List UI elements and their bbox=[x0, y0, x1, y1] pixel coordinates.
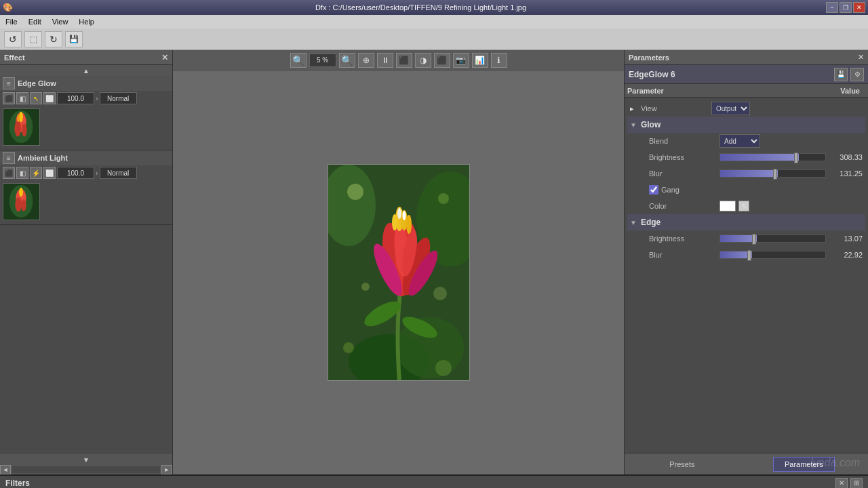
minimize-button[interactable]: − bbox=[826, 2, 838, 13]
edge-glow-cursor-icon[interactable]: ↖ bbox=[30, 92, 42, 104]
pause-button[interactable]: ⏸ bbox=[377, 53, 393, 68]
glow-blur-thumb[interactable] bbox=[773, 169, 777, 180]
ambient-light-opacity-input[interactable] bbox=[57, 167, 94, 179]
scroll-left-btn[interactable]: ◄ bbox=[0, 465, 11, 474]
svg-point-12 bbox=[19, 188, 23, 197]
menu-edit[interactable]: Edit bbox=[26, 17, 44, 26]
param-color-label: Color bbox=[649, 202, 717, 210]
filters-close-btn[interactable]: ✕ bbox=[835, 478, 848, 489]
svg-point-5 bbox=[19, 112, 23, 122]
app-icon: 🎨 bbox=[3, 3, 13, 12]
window-controls: − ❐ ✕ bbox=[826, 2, 865, 13]
svg-point-30 bbox=[406, 215, 412, 234]
ambient-light-thumb bbox=[3, 183, 40, 220]
close-button[interactable]: ✕ bbox=[853, 2, 865, 13]
param-color-picker[interactable]: ✎ bbox=[738, 201, 749, 211]
edge-blur-thumb[interactable] bbox=[747, 250, 751, 261]
param-glow-brightness-slider[interactable] bbox=[719, 153, 826, 161]
before-button[interactable]: ◑ bbox=[415, 53, 431, 68]
params-title-row: EdgeGlow 6 💾 ⚙ bbox=[625, 65, 868, 84]
ambient-light-section: ≡ Ambient Light ⬛ ◧ ⚡ ⬜ › ✕ bbox=[0, 150, 172, 225]
param-view-dropdown[interactable]: OutputBeforeAfter bbox=[711, 102, 750, 115]
param-edge-blur-label: Blur bbox=[649, 251, 717, 259]
ambient-light-blend-input[interactable] bbox=[100, 167, 137, 179]
glow-brightness-thumb[interactable] bbox=[794, 152, 798, 163]
compare-button[interactable]: ⬛ bbox=[396, 53, 412, 68]
crop-button[interactable]: ⬚ bbox=[24, 31, 42, 47]
glow-brightness-fill bbox=[720, 154, 799, 161]
canvas-content bbox=[173, 70, 624, 474]
presets-tab[interactable]: Presets bbox=[658, 457, 706, 472]
edge-brightness-thumb[interactable] bbox=[752, 234, 756, 245]
hscroll-track bbox=[12, 466, 160, 473]
save-button[interactable]: 💾 bbox=[65, 31, 83, 47]
param-glow-brightness-value: 308.33 bbox=[829, 153, 863, 161]
toolbar: ↺ ⬚ ↻ 💾 bbox=[0, 28, 868, 50]
canvas-toolbar: 🔍 5 % 🔍 ⊕ ⏸ ⬛ ◑ ⬛ 📷 📊 ℹ bbox=[173, 50, 624, 70]
edge-glow-layer-icon[interactable]: ⬛ bbox=[3, 92, 15, 104]
zoom-display[interactable]: 5 % bbox=[309, 54, 336, 67]
left-panel-hscroll[interactable]: ◄ ► bbox=[0, 465, 172, 474]
param-glow-blur-value: 131.25 bbox=[829, 169, 863, 178]
param-edge-row: ▼ Edge bbox=[627, 214, 865, 230]
fit-button[interactable]: ⊕ bbox=[358, 53, 374, 68]
camera-button[interactable]: 📷 bbox=[453, 53, 469, 68]
canvas-area: 🔍 5 % 🔍 ⊕ ⏸ ⬛ ◑ ⬛ 📷 📊 ℹ bbox=[173, 50, 624, 474]
undo-button[interactable]: ↺ bbox=[4, 31, 22, 47]
ambient-light-layer-icon[interactable]: ⬛ bbox=[3, 167, 15, 179]
edge-glow-controls: ⬛ ◧ ↖ ⬜ › bbox=[0, 91, 172, 106]
effect-panel-close[interactable]: ✕ bbox=[161, 53, 168, 62]
zoom-out-button[interactable]: 🔍 bbox=[290, 53, 307, 68]
parameters-tab[interactable]: Parameters bbox=[773, 457, 835, 472]
ambient-light-lightning-icon[interactable]: ⚡ bbox=[30, 167, 42, 179]
info-button[interactable]: ℹ bbox=[491, 53, 507, 68]
svg-point-34 bbox=[438, 193, 449, 204]
param-glow-blur-slider[interactable] bbox=[719, 169, 826, 178]
value-col-header: Value bbox=[840, 87, 860, 95]
edge-glow-mask-icon[interactable]: ⬜ bbox=[43, 92, 56, 104]
ambient-light-arrow[interactable]: › bbox=[96, 169, 98, 177]
ambient-light-menu-icon[interactable]: ≡ bbox=[3, 152, 15, 164]
edge-glow-blend-input[interactable] bbox=[100, 92, 137, 104]
histogram-button[interactable]: 📊 bbox=[472, 53, 488, 68]
ambient-light-mask-icon[interactable]: ⬜ bbox=[43, 167, 56, 179]
svg-point-29 bbox=[392, 214, 397, 230]
param-edge-brightness-value: 13.07 bbox=[829, 235, 863, 243]
params-header-close[interactable]: ✕ bbox=[858, 53, 864, 62]
edge-glow-menu-icon[interactable]: ≡ bbox=[3, 77, 15, 89]
menu-help[interactable]: Help bbox=[76, 17, 97, 26]
params-settings-icon[interactable]: ⚙ bbox=[850, 68, 864, 81]
restore-button[interactable]: ❐ bbox=[840, 2, 852, 13]
menu-file[interactable]: File bbox=[3, 17, 20, 26]
param-edge-blur-row: Blur 22.92 bbox=[627, 247, 865, 263]
svg-point-31 bbox=[397, 208, 401, 219]
ambient-light-blend-icon[interactable]: ◧ bbox=[16, 167, 28, 179]
svg-point-37 bbox=[343, 342, 354, 353]
scroll-up-arrow[interactable]: ▲ bbox=[0, 65, 172, 76]
param-view-label: View bbox=[641, 104, 709, 113]
edge-glow-header: ≡ Edge Glow bbox=[0, 76, 172, 91]
param-blend-row: Blend AddNormalScreenMultiply bbox=[627, 133, 865, 149]
menu-view[interactable]: View bbox=[50, 17, 71, 26]
param-blend-dropdown[interactable]: AddNormalScreenMultiply bbox=[719, 134, 760, 148]
edge-glow-opacity-input[interactable] bbox=[57, 92, 94, 104]
zoom-in-button[interactable]: 🔍 bbox=[339, 53, 355, 68]
edge-glow-thumb-area: ✕ bbox=[0, 106, 172, 150]
param-edge-blur-slider[interactable] bbox=[719, 251, 826, 259]
param-color-swatch[interactable] bbox=[719, 201, 736, 211]
edge-glow-opacity-arrow[interactable]: › bbox=[96, 94, 98, 102]
svg-point-35 bbox=[361, 283, 370, 291]
effect-name-label: EdgeGlow 6 bbox=[629, 70, 675, 79]
edge-glow-name: Edge Glow bbox=[18, 79, 170, 87]
scroll-down-arrow[interactable]: ▼ bbox=[0, 454, 172, 465]
params-save-icon[interactable]: 💾 bbox=[834, 68, 848, 81]
glow-collapse-arrow[interactable]: ▼ bbox=[630, 121, 637, 129]
edge-glow-blend-icon[interactable]: ◧ bbox=[16, 92, 28, 104]
redo-button[interactable]: ↻ bbox=[45, 31, 62, 47]
scroll-right-btn[interactable]: ► bbox=[161, 465, 172, 474]
after-button[interactable]: ⬛ bbox=[434, 53, 450, 68]
param-edge-brightness-slider[interactable] bbox=[719, 235, 826, 243]
gang-checkbox[interactable] bbox=[649, 185, 658, 195]
filters-grid-btn[interactable]: ⊞ bbox=[850, 478, 863, 489]
edge-collapse-arrow[interactable]: ▼ bbox=[630, 219, 637, 226]
